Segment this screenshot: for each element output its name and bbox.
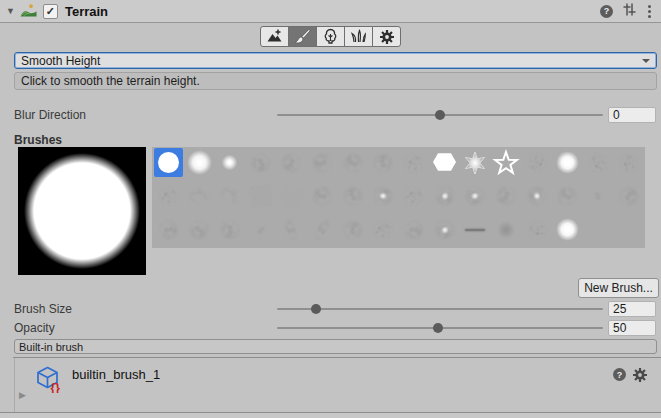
brush-item-33[interactable] xyxy=(185,215,214,244)
brush-item-4[interactable] xyxy=(277,148,306,177)
brush-item-35[interactable] xyxy=(246,215,275,244)
brush-item-2[interactable] xyxy=(215,148,244,177)
blur-direction-label: Blur Direction xyxy=(14,108,86,122)
asset-gear-icon[interactable] xyxy=(632,367,648,386)
foldout-expanded-icon[interactable]: ▼ xyxy=(6,7,15,16)
blur-direction-row: Blur Direction xyxy=(0,107,661,123)
brush-item-8[interactable] xyxy=(400,148,429,177)
terrain-component-icon xyxy=(20,3,37,20)
brush-item-31[interactable] xyxy=(614,182,643,211)
blur-direction-field[interactable] xyxy=(608,107,656,123)
brush-item-17[interactable] xyxy=(185,182,214,211)
brush-item-20[interactable] xyxy=(277,182,306,211)
brush-item-16[interactable] xyxy=(154,182,183,211)
brushes-section-label: Brushes xyxy=(14,133,62,147)
brush-item-43[interactable] xyxy=(492,215,521,244)
opacity-row: Opacity xyxy=(0,320,661,336)
brush-item-29[interactable] xyxy=(553,182,582,211)
brush-grid xyxy=(152,147,645,248)
opacity-field[interactable] xyxy=(608,320,656,336)
brush-item-1[interactable] xyxy=(185,148,214,177)
brush-item-22[interactable] xyxy=(338,182,367,211)
brush-item-28[interactable] xyxy=(522,182,551,211)
brush-size-label: Brush Size xyxy=(14,302,72,316)
slider-thumb[interactable] xyxy=(311,304,321,314)
opacity-label: Opacity xyxy=(14,321,55,335)
builtin-brush-bar-label: Built-in brush xyxy=(19,341,83,353)
brush-item-40[interactable] xyxy=(400,215,429,244)
brush-item-32[interactable] xyxy=(154,215,183,244)
brush-size-slider[interactable] xyxy=(277,301,603,317)
foldout-collapsed-icon[interactable]: ▶ xyxy=(19,391,26,400)
scriptable-object-icon: {} xyxy=(36,366,64,396)
chevron-down-icon xyxy=(642,59,650,63)
component-title: Terrain xyxy=(65,4,108,19)
tool-paint-details-button[interactable] xyxy=(344,26,373,47)
brush-item-7[interactable] xyxy=(369,148,398,177)
opacity-slider[interactable] xyxy=(277,320,603,336)
brush-item-27[interactable] xyxy=(492,182,521,211)
svg-text:{}: {} xyxy=(51,381,61,393)
new-brush-button[interactable]: New Brush... xyxy=(578,278,659,298)
blur-direction-slider[interactable] xyxy=(277,107,603,123)
slider-thumb[interactable] xyxy=(433,323,443,333)
paint-tool-dropdown[interactable]: Smooth Height xyxy=(14,52,657,69)
brush-item-11[interactable] xyxy=(492,148,521,177)
brush-item-6[interactable] xyxy=(338,148,367,177)
asset-help-icon[interactable]: ? xyxy=(613,368,626,381)
brush-item-25[interactable] xyxy=(430,182,459,211)
tool-help-box: Click to smooth the terrain height. xyxy=(14,72,657,90)
component-help-icon[interactable]: ? xyxy=(600,5,613,18)
brush-item-21[interactable] xyxy=(307,182,336,211)
brush-item-41[interactable] xyxy=(430,215,459,244)
brush-item-12[interactable] xyxy=(522,148,551,177)
builtin-brush-bar[interactable]: Built-in brush xyxy=(14,339,657,354)
brush-item-36[interactable] xyxy=(277,215,306,244)
presets-icon[interactable] xyxy=(622,2,637,20)
brush-preview xyxy=(18,147,146,275)
tool-create-neighbor-terrains-button[interactable] xyxy=(260,26,289,47)
brush-item-13[interactable] xyxy=(553,148,582,177)
brush-item-10[interactable] xyxy=(461,148,490,177)
brush-item-9[interactable] xyxy=(430,148,459,177)
brush-item-37[interactable] xyxy=(307,215,336,244)
brush-item-34[interactable] xyxy=(215,215,244,244)
brush-item-14[interactable] xyxy=(584,148,613,177)
brush-size-row: Brush Size xyxy=(0,301,661,317)
component-header: ▼ ✓ Terrain ? xyxy=(0,0,661,23)
kebab-menu-icon[interactable] xyxy=(646,4,653,19)
brush-item-0[interactable] xyxy=(154,148,183,177)
brush-item-30[interactable] xyxy=(584,182,613,211)
brush-item-23[interactable] xyxy=(369,182,398,211)
brush-item-26[interactable] xyxy=(461,182,490,211)
brush-item-42[interactable] xyxy=(461,215,490,244)
brush-item-3[interactable] xyxy=(246,148,275,177)
brush-size-field[interactable] xyxy=(608,301,656,317)
builtin-asset-section: {} builtin_brush_1 ? ▶ xyxy=(14,358,661,412)
slider-thumb[interactable] xyxy=(435,110,445,120)
footer-strip xyxy=(0,413,661,418)
brush-item-45[interactable] xyxy=(553,215,582,244)
brush-item-18[interactable] xyxy=(215,182,244,211)
tool-terrain-settings-button[interactable] xyxy=(372,26,401,47)
brush-item-39[interactable] xyxy=(369,215,398,244)
brush-item-38[interactable] xyxy=(338,215,367,244)
tool-paint-terrain-button[interactable] xyxy=(288,26,317,47)
brush-item-44[interactable] xyxy=(522,215,551,244)
terrain-inspector: ▼ ✓ Terrain ? xyxy=(0,0,661,418)
tool-help-text: Click to smooth the terrain height. xyxy=(21,74,200,88)
tool-paint-trees-button[interactable] xyxy=(316,26,345,47)
brush-item-15[interactable] xyxy=(614,148,643,177)
brush-item-19[interactable] xyxy=(246,182,275,211)
paint-tool-dropdown-value: Smooth Height xyxy=(21,54,100,68)
brush-item-5[interactable] xyxy=(307,148,336,177)
component-enabled-checkbox[interactable]: ✓ xyxy=(43,4,58,19)
terrain-toolbar xyxy=(0,26,661,47)
brush-item-24[interactable] xyxy=(400,182,429,211)
builtin-asset-name: builtin_brush_1 xyxy=(72,367,160,382)
slider-track[interactable] xyxy=(277,308,603,310)
